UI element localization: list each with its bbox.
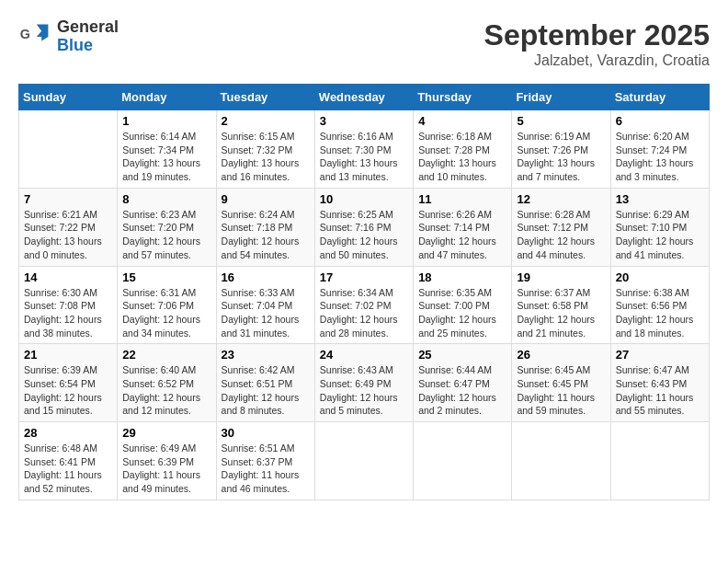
calendar-cell: 30Sunrise: 6:51 AM Sunset: 6:37 PM Dayli… [216,422,314,500]
day-number: 6 [616,114,704,128]
title-block: September 2025 Jalzabet, Varazdin, Croat… [484,18,710,69]
calendar-cell: 12Sunrise: 6:28 AM Sunset: 7:12 PM Dayli… [512,188,610,266]
calendar-cell: 4Sunrise: 6:18 AM Sunset: 7:28 PM Daylig… [414,110,512,189]
day-info: Sunrise: 6:51 AM Sunset: 6:37 PM Dayligh… [222,442,310,496]
calendar-cell: 13Sunrise: 6:29 AM Sunset: 7:10 PM Dayli… [610,188,709,266]
calendar-cell [610,422,709,500]
day-number: 21 [24,348,112,362]
day-info: Sunrise: 6:31 AM Sunset: 7:06 PM Dayligh… [122,286,210,340]
day-number: 10 [320,192,408,206]
day-number: 30 [222,426,310,440]
day-number: 7 [24,192,112,206]
day-number: 26 [517,348,605,362]
logo-blue: Blue [57,36,93,54]
calendar-cell: 2Sunrise: 6:15 AM Sunset: 7:32 PM Daylig… [216,110,314,189]
calendar-day-header: Friday [512,85,610,110]
day-number: 2 [222,114,310,128]
calendar-table: SundayMondayTuesdayWednesdayThursdayFrid… [18,84,710,500]
calendar-day-header: Saturday [610,85,709,110]
calendar-cell: 11Sunrise: 6:26 AM Sunset: 7:14 PM Dayli… [414,188,512,266]
calendar-week-row: 1Sunrise: 6:14 AM Sunset: 7:34 PM Daylig… [19,110,710,189]
calendar-week-row: 21Sunrise: 6:39 AM Sunset: 6:54 PM Dayli… [19,344,710,422]
day-number: 9 [222,192,310,206]
day-info: Sunrise: 6:42 AM Sunset: 6:51 PM Dayligh… [222,363,310,418]
calendar-cell: 22Sunrise: 6:40 AM Sunset: 6:52 PM Dayli… [118,344,216,422]
calendar-cell: 17Sunrise: 6:34 AM Sunset: 7:02 PM Dayli… [314,266,413,344]
day-number: 29 [122,426,210,440]
day-number: 23 [222,348,310,362]
calendar-cell: 6Sunrise: 6:20 AM Sunset: 7:24 PM Daylig… [610,110,709,189]
day-number: 20 [616,270,704,284]
day-number: 12 [517,192,605,206]
calendar-cell: 24Sunrise: 6:43 AM Sunset: 6:49 PM Dayli… [314,344,413,422]
calendar-cell: 9Sunrise: 6:24 AM Sunset: 7:18 PM Daylig… [216,188,314,266]
day-number: 25 [418,348,506,362]
day-info: Sunrise: 6:23 AM Sunset: 7:20 PM Dayligh… [122,208,210,262]
calendar-cell: 3Sunrise: 6:16 AM Sunset: 7:30 PM Daylig… [314,110,413,189]
page-header: G General Blue September 2025 Jalzabet, … [18,18,710,69]
day-info: Sunrise: 6:45 AM Sunset: 6:45 PM Dayligh… [517,363,605,418]
calendar-week-row: 28Sunrise: 6:48 AM Sunset: 6:41 PM Dayli… [19,422,710,500]
calendar-header: SundayMondayTuesdayWednesdayThursdayFrid… [19,85,710,110]
day-info: Sunrise: 6:40 AM Sunset: 6:52 PM Dayligh… [122,363,210,418]
calendar-week-row: 7Sunrise: 6:21 AM Sunset: 7:22 PM Daylig… [19,188,710,266]
day-number: 15 [122,270,210,284]
calendar-cell: 16Sunrise: 6:33 AM Sunset: 7:04 PM Dayli… [216,266,314,344]
logo-general: General [57,17,119,36]
day-info: Sunrise: 6:35 AM Sunset: 7:00 PM Dayligh… [418,286,506,340]
day-info: Sunrise: 6:18 AM Sunset: 7:28 PM Dayligh… [418,130,506,184]
day-info: Sunrise: 6:21 AM Sunset: 7:22 PM Dayligh… [24,208,112,262]
location: Jalzabet, Varazdin, Croatia [484,52,710,69]
day-info: Sunrise: 6:44 AM Sunset: 6:47 PM Dayligh… [418,363,506,418]
calendar-day-header: Tuesday [216,85,314,110]
calendar-day-header: Monday [118,85,216,110]
calendar-cell: 23Sunrise: 6:42 AM Sunset: 6:51 PM Dayli… [216,344,314,422]
calendar-cell: 26Sunrise: 6:45 AM Sunset: 6:45 PM Dayli… [512,344,610,422]
day-info: Sunrise: 6:48 AM Sunset: 6:41 PM Dayligh… [24,442,112,496]
day-info: Sunrise: 6:29 AM Sunset: 7:10 PM Dayligh… [616,208,704,262]
day-info: Sunrise: 6:24 AM Sunset: 7:18 PM Dayligh… [222,208,310,262]
calendar-cell: 28Sunrise: 6:48 AM Sunset: 6:41 PM Dayli… [19,422,118,500]
day-info: Sunrise: 6:39 AM Sunset: 6:54 PM Dayligh… [24,363,112,418]
day-number: 24 [320,348,408,362]
calendar-cell [314,422,413,500]
calendar-cell: 27Sunrise: 6:47 AM Sunset: 6:43 PM Dayli… [610,344,709,422]
day-number: 8 [122,192,210,206]
calendar-cell: 8Sunrise: 6:23 AM Sunset: 7:20 PM Daylig… [118,188,216,266]
calendar-cell: 21Sunrise: 6:39 AM Sunset: 6:54 PM Dayli… [19,344,118,422]
calendar-cell: 10Sunrise: 6:25 AM Sunset: 7:16 PM Dayli… [314,188,413,266]
day-info: Sunrise: 6:38 AM Sunset: 6:56 PM Dayligh… [616,286,704,340]
calendar-cell: 18Sunrise: 6:35 AM Sunset: 7:00 PM Dayli… [414,266,512,344]
calendar-cell: 5Sunrise: 6:19 AM Sunset: 7:26 PM Daylig… [512,110,610,189]
logo-icon: G [18,20,51,53]
calendar-cell: 14Sunrise: 6:30 AM Sunset: 7:08 PM Dayli… [19,266,118,344]
day-number: 19 [517,270,605,284]
day-info: Sunrise: 6:28 AM Sunset: 7:12 PM Dayligh… [517,208,605,262]
logo: G General Blue [18,18,119,55]
day-info: Sunrise: 6:26 AM Sunset: 7:14 PM Dayligh… [418,208,506,262]
calendar-cell [512,422,610,500]
day-number: 5 [517,114,605,128]
calendar-day-header: Sunday [19,85,118,110]
calendar-day-header: Wednesday [314,85,413,110]
calendar-cell: 7Sunrise: 6:21 AM Sunset: 7:22 PM Daylig… [19,188,118,266]
day-info: Sunrise: 6:19 AM Sunset: 7:26 PM Dayligh… [517,130,605,184]
day-info: Sunrise: 6:20 AM Sunset: 7:24 PM Dayligh… [616,130,704,184]
calendar-cell: 1Sunrise: 6:14 AM Sunset: 7:34 PM Daylig… [118,110,216,189]
calendar-cell [414,422,512,500]
day-number: 17 [320,270,408,284]
month-title: September 2025 [484,18,710,52]
calendar-cell: 15Sunrise: 6:31 AM Sunset: 7:06 PM Dayli… [118,266,216,344]
day-info: Sunrise: 6:15 AM Sunset: 7:32 PM Dayligh… [222,130,310,184]
day-number: 14 [24,270,112,284]
calendar-cell: 20Sunrise: 6:38 AM Sunset: 6:56 PM Dayli… [610,266,709,344]
day-info: Sunrise: 6:16 AM Sunset: 7:30 PM Dayligh… [320,130,408,184]
day-number: 18 [418,270,506,284]
calendar-week-row: 14Sunrise: 6:30 AM Sunset: 7:08 PM Dayli… [19,266,710,344]
day-number: 16 [222,270,310,284]
calendar-cell: 25Sunrise: 6:44 AM Sunset: 6:47 PM Dayli… [414,344,512,422]
day-number: 13 [616,192,704,206]
day-number: 22 [122,348,210,362]
day-number: 11 [418,192,506,206]
day-number: 3 [320,114,408,128]
